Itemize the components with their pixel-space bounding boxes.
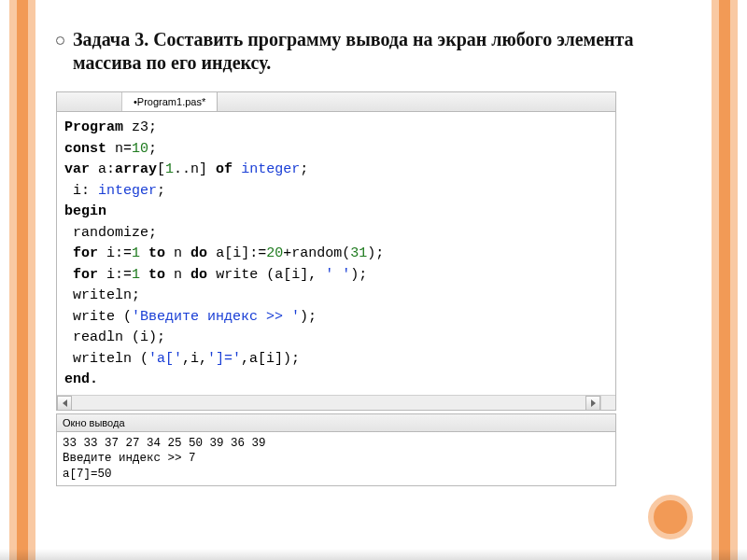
code-line: writeln; bbox=[64, 286, 608, 307]
output-panel-title: Окно вывода bbox=[56, 413, 616, 432]
code-line: for i:=1 to n do a[i]:=20+random(31); bbox=[64, 244, 608, 265]
tabbar-spacer bbox=[218, 92, 615, 111]
editor-tabbar: •Program1.pas* bbox=[56, 91, 616, 112]
tab-label: •Program1.pas* bbox=[134, 96, 205, 107]
code-line: writeln ('a[',i,']=',a[i]); bbox=[64, 349, 608, 371]
chevron-right-icon bbox=[591, 399, 596, 407]
code-line: i: integer; bbox=[64, 181, 608, 203]
slide-content: Задача 3. Составить программу вывода на … bbox=[56, 28, 691, 486]
output-line: 33 33 37 27 34 25 50 39 36 39 bbox=[63, 437, 266, 450]
scroll-right-button[interactable] bbox=[585, 396, 600, 411]
horizontal-scrollbar[interactable] bbox=[57, 395, 600, 410]
decor-circle-icon bbox=[648, 495, 693, 539]
decor-stripe-left-inner bbox=[17, 0, 28, 560]
code-line: for i:=1 to n do write (a[i], ' '); bbox=[64, 265, 608, 287]
code-line: begin bbox=[64, 202, 608, 223]
code-editor[interactable]: Program z3; const n=10; var a:array[1..n… bbox=[56, 112, 616, 411]
decor-shadow bbox=[0, 549, 747, 560]
code-line: readln (i); bbox=[64, 328, 608, 349]
code-line: Program z3; bbox=[64, 118, 608, 139]
scroll-corner bbox=[600, 395, 615, 410]
chevron-left-icon bbox=[63, 399, 67, 407]
code-line: end. bbox=[64, 370, 608, 391]
code-line: randomize; bbox=[64, 223, 608, 245]
code-line: write ('Введите индекс >> '); bbox=[64, 307, 608, 329]
task-heading: Задача 3. Составить программу вывода на … bbox=[56, 28, 691, 75]
output-panel: 33 33 37 27 34 25 50 39 36 39 Введите ин… bbox=[56, 432, 616, 486]
scroll-left-button[interactable] bbox=[57, 396, 72, 411]
code-line: const n=10; bbox=[64, 139, 608, 161]
output-line: Введите индекс >> 7 bbox=[63, 452, 196, 465]
tab-gap bbox=[57, 92, 122, 111]
decor-stripe-right-inner bbox=[719, 0, 730, 560]
editor-tab[interactable]: •Program1.pas* bbox=[122, 92, 218, 111]
output-line: a[7]=50 bbox=[63, 468, 112, 481]
code-line: var a:array[1..n] of integer; bbox=[64, 160, 608, 181]
ide-panel: •Program1.pas* Program z3; const n=10; v… bbox=[56, 91, 616, 486]
